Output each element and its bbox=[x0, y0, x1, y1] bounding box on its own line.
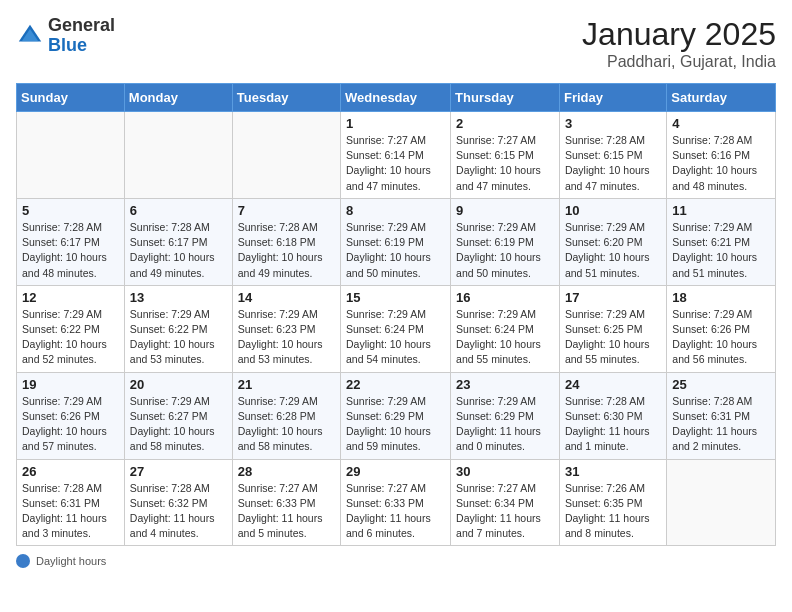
day-info: Sunrise: 7:28 AM Sunset: 6:17 PM Dayligh… bbox=[22, 220, 119, 281]
calendar-cell bbox=[667, 459, 776, 546]
day-info: Sunrise: 7:27 AM Sunset: 6:14 PM Dayligh… bbox=[346, 133, 445, 194]
day-info: Sunrise: 7:27 AM Sunset: 6:33 PM Dayligh… bbox=[238, 481, 335, 542]
footer-note-text: Daylight hours bbox=[36, 555, 106, 567]
calendar-cell: 10Sunrise: 7:29 AM Sunset: 6:20 PM Dayli… bbox=[559, 198, 666, 285]
calendar-dow-header: Friday bbox=[559, 84, 666, 112]
day-info: Sunrise: 7:28 AM Sunset: 6:18 PM Dayligh… bbox=[238, 220, 335, 281]
calendar-cell: 14Sunrise: 7:29 AM Sunset: 6:23 PM Dayli… bbox=[232, 285, 340, 372]
calendar-cell: 12Sunrise: 7:29 AM Sunset: 6:22 PM Dayli… bbox=[17, 285, 125, 372]
calendar-dow-header: Tuesday bbox=[232, 84, 340, 112]
day-info: Sunrise: 7:29 AM Sunset: 6:19 PM Dayligh… bbox=[456, 220, 554, 281]
calendar-cell: 24Sunrise: 7:28 AM Sunset: 6:30 PM Dayli… bbox=[559, 372, 666, 459]
day-number: 14 bbox=[238, 290, 335, 305]
calendar-cell: 22Sunrise: 7:29 AM Sunset: 6:29 PM Dayli… bbox=[341, 372, 451, 459]
calendar-cell: 3Sunrise: 7:28 AM Sunset: 6:15 PM Daylig… bbox=[559, 112, 666, 199]
day-info: Sunrise: 7:29 AM Sunset: 6:28 PM Dayligh… bbox=[238, 394, 335, 455]
day-number: 12 bbox=[22, 290, 119, 305]
day-number: 6 bbox=[130, 203, 227, 218]
calendar-cell bbox=[232, 112, 340, 199]
day-number: 4 bbox=[672, 116, 770, 131]
day-number: 7 bbox=[238, 203, 335, 218]
logo-icon bbox=[16, 22, 44, 50]
day-info: Sunrise: 7:29 AM Sunset: 6:27 PM Dayligh… bbox=[130, 394, 227, 455]
day-info: Sunrise: 7:27 AM Sunset: 6:33 PM Dayligh… bbox=[346, 481, 445, 542]
calendar-cell: 23Sunrise: 7:29 AM Sunset: 6:29 PM Dayli… bbox=[451, 372, 560, 459]
calendar-cell bbox=[124, 112, 232, 199]
day-info: Sunrise: 7:29 AM Sunset: 6:22 PM Dayligh… bbox=[22, 307, 119, 368]
day-info: Sunrise: 7:28 AM Sunset: 6:17 PM Dayligh… bbox=[130, 220, 227, 281]
day-info: Sunrise: 7:29 AM Sunset: 6:20 PM Dayligh… bbox=[565, 220, 661, 281]
calendar-cell: 11Sunrise: 7:29 AM Sunset: 6:21 PM Dayli… bbox=[667, 198, 776, 285]
calendar-dow-header: Wednesday bbox=[341, 84, 451, 112]
day-number: 27 bbox=[130, 464, 227, 479]
day-number: 24 bbox=[565, 377, 661, 392]
day-info: Sunrise: 7:29 AM Sunset: 6:25 PM Dayligh… bbox=[565, 307, 661, 368]
calendar-cell: 29Sunrise: 7:27 AM Sunset: 6:33 PM Dayli… bbox=[341, 459, 451, 546]
calendar-cell: 31Sunrise: 7:26 AM Sunset: 6:35 PM Dayli… bbox=[559, 459, 666, 546]
day-info: Sunrise: 7:27 AM Sunset: 6:34 PM Dayligh… bbox=[456, 481, 554, 542]
day-info: Sunrise: 7:28 AM Sunset: 6:31 PM Dayligh… bbox=[672, 394, 770, 455]
day-number: 5 bbox=[22, 203, 119, 218]
day-number: 11 bbox=[672, 203, 770, 218]
calendar-cell: 13Sunrise: 7:29 AM Sunset: 6:22 PM Dayli… bbox=[124, 285, 232, 372]
day-number: 10 bbox=[565, 203, 661, 218]
calendar-cell: 7Sunrise: 7:28 AM Sunset: 6:18 PM Daylig… bbox=[232, 198, 340, 285]
day-number: 31 bbox=[565, 464, 661, 479]
calendar-dow-header: Thursday bbox=[451, 84, 560, 112]
day-number: 22 bbox=[346, 377, 445, 392]
day-info: Sunrise: 7:29 AM Sunset: 6:26 PM Dayligh… bbox=[672, 307, 770, 368]
day-number: 30 bbox=[456, 464, 554, 479]
day-number: 15 bbox=[346, 290, 445, 305]
day-info: Sunrise: 7:29 AM Sunset: 6:22 PM Dayligh… bbox=[130, 307, 227, 368]
day-number: 13 bbox=[130, 290, 227, 305]
day-info: Sunrise: 7:29 AM Sunset: 6:26 PM Dayligh… bbox=[22, 394, 119, 455]
calendar-dow-header: Saturday bbox=[667, 84, 776, 112]
footer-dot-icon bbox=[16, 554, 30, 568]
day-info: Sunrise: 7:28 AM Sunset: 6:30 PM Dayligh… bbox=[565, 394, 661, 455]
day-info: Sunrise: 7:29 AM Sunset: 6:24 PM Dayligh… bbox=[456, 307, 554, 368]
day-info: Sunrise: 7:29 AM Sunset: 6:19 PM Dayligh… bbox=[346, 220, 445, 281]
calendar-cell: 4Sunrise: 7:28 AM Sunset: 6:16 PM Daylig… bbox=[667, 112, 776, 199]
calendar-cell: 1Sunrise: 7:27 AM Sunset: 6:14 PM Daylig… bbox=[341, 112, 451, 199]
day-info: Sunrise: 7:29 AM Sunset: 6:23 PM Dayligh… bbox=[238, 307, 335, 368]
calendar-cell: 17Sunrise: 7:29 AM Sunset: 6:25 PM Dayli… bbox=[559, 285, 666, 372]
calendar-cell: 28Sunrise: 7:27 AM Sunset: 6:33 PM Dayli… bbox=[232, 459, 340, 546]
calendar-week-row: 19Sunrise: 7:29 AM Sunset: 6:26 PM Dayli… bbox=[17, 372, 776, 459]
day-info: Sunrise: 7:28 AM Sunset: 6:15 PM Dayligh… bbox=[565, 133, 661, 194]
day-info: Sunrise: 7:29 AM Sunset: 6:21 PM Dayligh… bbox=[672, 220, 770, 281]
logo-text: General Blue bbox=[48, 16, 115, 56]
day-info: Sunrise: 7:27 AM Sunset: 6:15 PM Dayligh… bbox=[456, 133, 554, 194]
calendar-cell: 30Sunrise: 7:27 AM Sunset: 6:34 PM Dayli… bbox=[451, 459, 560, 546]
day-number: 21 bbox=[238, 377, 335, 392]
logo-general-text: General bbox=[48, 16, 115, 36]
day-number: 17 bbox=[565, 290, 661, 305]
calendar-cell: 21Sunrise: 7:29 AM Sunset: 6:28 PM Dayli… bbox=[232, 372, 340, 459]
day-info: Sunrise: 7:28 AM Sunset: 6:31 PM Dayligh… bbox=[22, 481, 119, 542]
calendar-dow-header: Sunday bbox=[17, 84, 125, 112]
day-number: 20 bbox=[130, 377, 227, 392]
day-number: 25 bbox=[672, 377, 770, 392]
calendar-cell: 20Sunrise: 7:29 AM Sunset: 6:27 PM Dayli… bbox=[124, 372, 232, 459]
day-number: 2 bbox=[456, 116, 554, 131]
calendar-cell: 18Sunrise: 7:29 AM Sunset: 6:26 PM Dayli… bbox=[667, 285, 776, 372]
day-number: 18 bbox=[672, 290, 770, 305]
calendar-table: SundayMondayTuesdayWednesdayThursdayFrid… bbox=[16, 83, 776, 546]
day-info: Sunrise: 7:29 AM Sunset: 6:29 PM Dayligh… bbox=[346, 394, 445, 455]
calendar-cell: 27Sunrise: 7:28 AM Sunset: 6:32 PM Dayli… bbox=[124, 459, 232, 546]
day-number: 16 bbox=[456, 290, 554, 305]
calendar-week-row: 1Sunrise: 7:27 AM Sunset: 6:14 PM Daylig… bbox=[17, 112, 776, 199]
calendar-cell: 26Sunrise: 7:28 AM Sunset: 6:31 PM Dayli… bbox=[17, 459, 125, 546]
calendar-dow-header: Monday bbox=[124, 84, 232, 112]
day-info: Sunrise: 7:26 AM Sunset: 6:35 PM Dayligh… bbox=[565, 481, 661, 542]
day-number: 3 bbox=[565, 116, 661, 131]
calendar-cell: 5Sunrise: 7:28 AM Sunset: 6:17 PM Daylig… bbox=[17, 198, 125, 285]
day-info: Sunrise: 7:29 AM Sunset: 6:24 PM Dayligh… bbox=[346, 307, 445, 368]
month-title: January 2025 bbox=[582, 16, 776, 53]
day-number: 19 bbox=[22, 377, 119, 392]
calendar-week-row: 26Sunrise: 7:28 AM Sunset: 6:31 PM Dayli… bbox=[17, 459, 776, 546]
logo: General Blue bbox=[16, 16, 115, 56]
title-block: January 2025 Paddhari, Gujarat, India bbox=[582, 16, 776, 71]
calendar-cell: 15Sunrise: 7:29 AM Sunset: 6:24 PM Dayli… bbox=[341, 285, 451, 372]
day-number: 9 bbox=[456, 203, 554, 218]
logo-blue-text: Blue bbox=[48, 36, 115, 56]
